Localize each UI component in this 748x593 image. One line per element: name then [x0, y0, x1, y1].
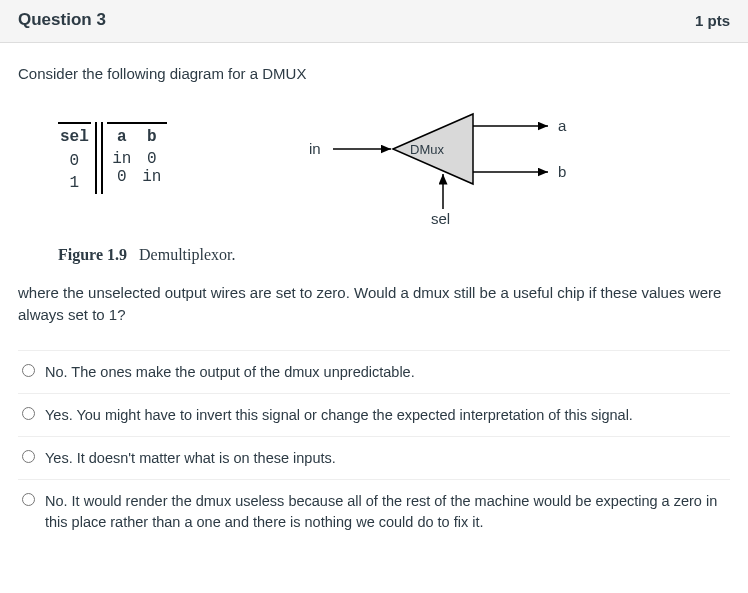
dmux-b-label: b	[558, 163, 566, 180]
dmux-a-label: a	[558, 117, 566, 134]
tt-header-sel: sel	[58, 128, 91, 150]
dmux-sel-label: sel	[431, 210, 450, 227]
truth-table: sel 0 1 a b in 0 0 in	[58, 122, 167, 194]
tt-cell: in	[107, 150, 137, 168]
answer-option[interactable]: Yes. It doesn't matter what is on these …	[18, 437, 730, 480]
figure-number: Figure 1.9	[58, 246, 127, 263]
answer-option[interactable]: No. The ones make the output of the dmux…	[18, 351, 730, 394]
dmux-chip-label: DMux	[410, 142, 444, 157]
answer-label[interactable]: Yes. It doesn't matter what is on these …	[45, 448, 336, 468]
tt-header-a: a	[107, 128, 137, 146]
tt-header-b: b	[137, 128, 167, 146]
question-body: Consider the following diagram for a DMU…	[0, 43, 748, 553]
answer-label[interactable]: No. The ones make the output of the dmux…	[45, 362, 415, 382]
question-header: Question 3 1 pts	[0, 0, 748, 43]
answer-label[interactable]: No. It would render the dmux useless bec…	[45, 491, 726, 532]
answer-radio[interactable]	[22, 450, 35, 463]
question-tail: where the unselected output wires are se…	[18, 282, 730, 326]
answer-radio[interactable]	[22, 364, 35, 377]
intro-text: Consider the following diagram for a DMU…	[18, 65, 730, 82]
tt-cell: 0	[58, 150, 91, 172]
question-points: 1 pts	[695, 12, 730, 29]
tt-divider	[95, 122, 97, 194]
figure-caption-text: Demultiplexor.	[139, 246, 235, 263]
tt-cell: in	[137, 168, 167, 186]
tt-cell: 0	[107, 168, 137, 186]
tt-cell: 0	[137, 150, 167, 168]
question-title: Question 3	[18, 10, 106, 30]
figure-area: sel 0 1 a b in 0 0 in	[58, 104, 730, 234]
tt-cell: 1	[58, 172, 91, 194]
answer-option[interactable]: No. It would render the dmux useless bec…	[18, 480, 730, 543]
tt-divider	[101, 122, 103, 194]
answer-list: No. The ones make the output of the dmux…	[18, 350, 730, 543]
answer-radio[interactable]	[22, 493, 35, 506]
figure-caption: Figure 1.9 Demultiplexor.	[58, 246, 730, 264]
answer-option[interactable]: Yes. You might have to invert this signa…	[18, 394, 730, 437]
answer-radio[interactable]	[22, 407, 35, 420]
answer-label[interactable]: Yes. You might have to invert this signa…	[45, 405, 633, 425]
dmux-symbol: in DMux a b sel	[303, 104, 603, 234]
dmux-in-label: in	[309, 140, 321, 157]
